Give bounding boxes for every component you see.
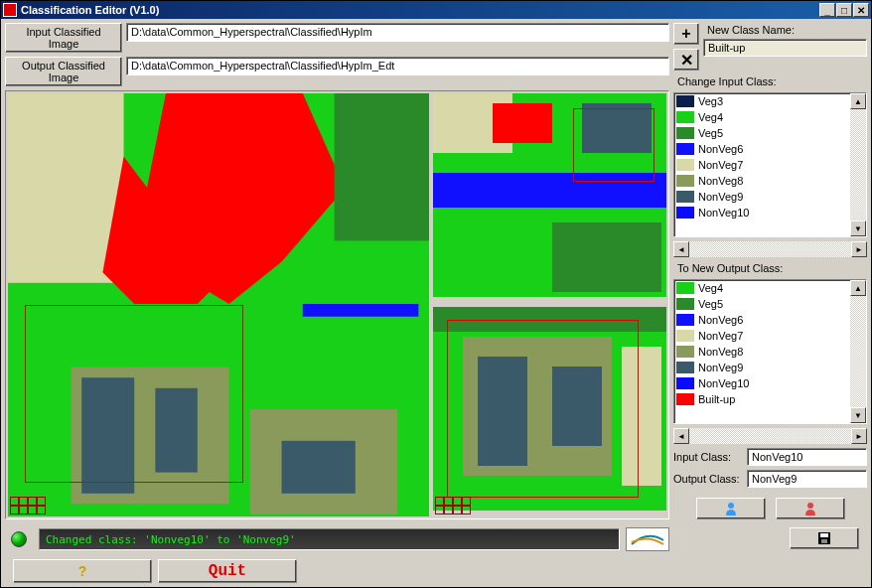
close-button[interactable]: ✕ bbox=[853, 3, 869, 17]
image-viewer bbox=[5, 90, 669, 519]
input-image-field[interactable]: D:\data\Common_Hyperspectral\Classified\… bbox=[126, 23, 669, 42]
svg-rect-9 bbox=[335, 93, 429, 240]
floppy-icon bbox=[817, 531, 831, 545]
list-item[interactable]: Veg4 bbox=[674, 109, 850, 125]
save-button[interactable] bbox=[790, 527, 859, 549]
input-list-scrollbar[interactable]: ▲ ▼ bbox=[850, 93, 866, 236]
list-item[interactable]: NonVeg10 bbox=[674, 205, 850, 220]
color-swatch bbox=[676, 191, 694, 203]
class-name-label: Veg5 bbox=[698, 298, 723, 310]
list-item[interactable]: NonVeg6 bbox=[674, 312, 850, 328]
color-swatch bbox=[676, 362, 694, 373]
list-item[interactable]: NonVeg7 bbox=[674, 328, 850, 344]
list-item[interactable]: Veg3 bbox=[674, 93, 850, 109]
class-name-label: NonVeg9 bbox=[698, 191, 743, 203]
class-name-label: Built-up bbox=[698, 393, 735, 405]
window-title: Classification Editor (V1.0) bbox=[21, 4, 159, 16]
list-item[interactable]: NonVeg7 bbox=[674, 157, 850, 173]
main-canvas[interactable] bbox=[8, 93, 429, 516]
scroll-up-icon[interactable]: ▲ bbox=[850, 93, 866, 109]
color-swatch bbox=[676, 377, 694, 389]
list-item[interactable]: Built-up bbox=[674, 391, 850, 407]
color-swatch bbox=[676, 346, 694, 358]
output-class-list-label: To New Output Class: bbox=[673, 261, 867, 275]
svg-rect-12 bbox=[493, 103, 552, 143]
overview-canvas[interactable] bbox=[433, 93, 666, 303]
minimize-button[interactable]: _ bbox=[819, 3, 835, 17]
list-item[interactable]: NonVeg9 bbox=[674, 189, 850, 205]
svg-rect-26 bbox=[821, 539, 827, 543]
list-item[interactable]: NonVeg8 bbox=[674, 344, 850, 360]
input-list-h-scrollbar[interactable]: ◄ ► bbox=[673, 241, 867, 257]
output-list-h-scrollbar[interactable]: ◄ ► bbox=[673, 428, 867, 444]
color-swatch bbox=[676, 282, 694, 294]
apply-button[interactable] bbox=[696, 498, 766, 519]
logo bbox=[626, 527, 669, 551]
output-list-scrollbar[interactable]: ▲ ▼ bbox=[850, 280, 866, 423]
quit-button[interactable]: Quit bbox=[158, 559, 297, 583]
scroll-up-icon[interactable]: ▲ bbox=[850, 280, 866, 296]
color-swatch bbox=[676, 175, 694, 187]
output-class-field[interactable]: NonVeg9 bbox=[747, 470, 867, 488]
class-name-label: NonVeg8 bbox=[698, 175, 743, 187]
class-name-label: NonVeg8 bbox=[698, 346, 743, 358]
scroll-down-icon[interactable]: ▼ bbox=[850, 220, 866, 236]
svg-rect-8 bbox=[303, 304, 419, 317]
list-item[interactable]: NonVeg6 bbox=[674, 141, 850, 157]
color-swatch bbox=[676, 127, 694, 139]
input-class-list[interactable]: Veg3Veg4Veg5NonVeg6NonVeg7NonVeg8NonVeg9… bbox=[673, 92, 867, 237]
person-blue-icon bbox=[723, 502, 739, 515]
list-item[interactable]: Veg5 bbox=[674, 296, 850, 312]
remove-class-button[interactable]: ✕ bbox=[673, 49, 699, 71]
status-led bbox=[11, 531, 27, 547]
output-image-field[interactable]: D:\data\Common_Hyperspectral\Classified\… bbox=[126, 57, 669, 75]
output-image-button[interactable]: Output Classified Image bbox=[5, 57, 122, 86]
color-swatch bbox=[676, 393, 694, 405]
scroll-right-icon[interactable]: ► bbox=[851, 428, 867, 444]
color-swatch bbox=[676, 143, 694, 155]
list-item[interactable]: NonVeg10 bbox=[674, 375, 850, 391]
svg-rect-15 bbox=[552, 222, 661, 292]
output-class-list[interactable]: Veg4Veg5NonVeg6NonVeg7NonVeg8NonVeg9NonV… bbox=[673, 279, 867, 424]
action-button-2[interactable] bbox=[776, 498, 845, 519]
list-item[interactable]: NonVeg8 bbox=[674, 173, 850, 189]
person-red-icon bbox=[802, 502, 818, 515]
svg-point-23 bbox=[807, 503, 813, 509]
detail-canvas[interactable] bbox=[433, 307, 666, 516]
class-name-label: NonVeg7 bbox=[698, 159, 743, 171]
pan-control[interactable] bbox=[10, 497, 46, 514]
output-class-field-label: Output Class: bbox=[673, 473, 743, 485]
input-class-list-label: Change Input Class: bbox=[673, 74, 867, 88]
detail-roi[interactable] bbox=[447, 320, 639, 498]
add-class-button[interactable]: + bbox=[673, 23, 699, 45]
overview-roi[interactable] bbox=[573, 108, 654, 182]
class-name-label: NonVeg10 bbox=[698, 377, 749, 389]
input-class-field[interactable]: NonVeg10 bbox=[747, 448, 867, 466]
scroll-down-icon[interactable]: ▼ bbox=[850, 407, 866, 423]
scroll-right-icon[interactable]: ► bbox=[851, 241, 867, 257]
roi-polygon[interactable] bbox=[25, 305, 243, 483]
color-swatch bbox=[676, 314, 694, 326]
new-class-label: New Class Name: bbox=[703, 23, 867, 37]
input-image-button[interactable]: Input Classified Image bbox=[5, 23, 122, 53]
scroll-left-icon[interactable]: ◄ bbox=[673, 241, 689, 257]
color-swatch bbox=[676, 298, 694, 310]
class-name-label: Veg4 bbox=[698, 111, 723, 123]
list-item[interactable]: Veg5 bbox=[674, 125, 850, 141]
class-name-label: NonVeg7 bbox=[698, 330, 743, 342]
app-window: Classification Editor (V1.0) _ □ ✕ Input… bbox=[0, 0, 872, 588]
detail-pan-control[interactable] bbox=[435, 497, 471, 514]
list-item[interactable]: NonVeg9 bbox=[674, 360, 850, 375]
svg-rect-25 bbox=[820, 533, 828, 537]
app-icon bbox=[3, 3, 17, 17]
list-item[interactable]: Veg4 bbox=[674, 280, 850, 296]
color-swatch bbox=[676, 111, 694, 123]
color-swatch bbox=[676, 95, 694, 107]
input-class-field-label: Input Class: bbox=[673, 451, 743, 463]
maximize-button[interactable]: □ bbox=[836, 3, 852, 17]
help-button[interactable]: ? bbox=[13, 559, 152, 583]
color-swatch bbox=[676, 207, 694, 219]
color-swatch bbox=[676, 330, 694, 342]
new-class-input[interactable]: Built-up bbox=[703, 39, 867, 57]
scroll-left-icon[interactable]: ◄ bbox=[673, 428, 689, 444]
